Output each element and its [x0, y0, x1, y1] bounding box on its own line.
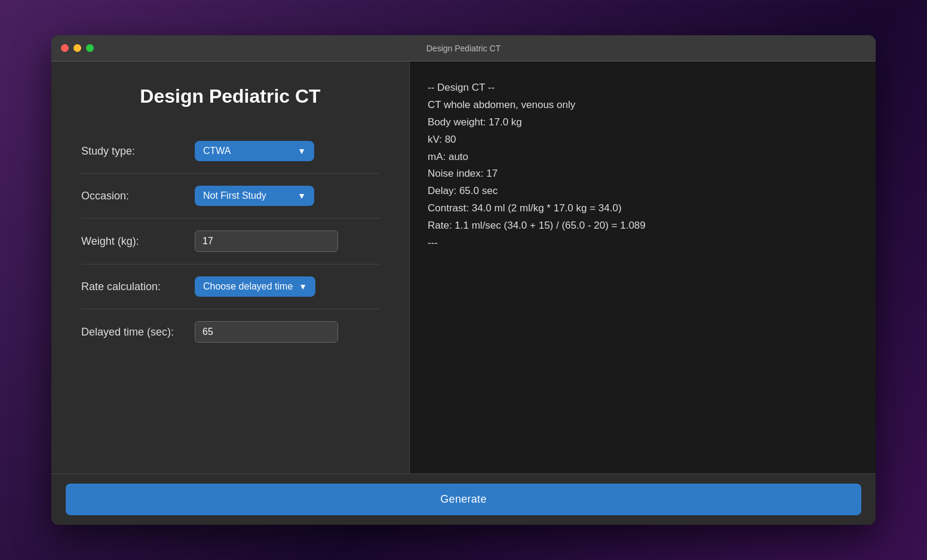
rate-calculation-row: Rate calculation: Choose delayed time ▼ — [81, 264, 379, 309]
rate-calculation-value: Choose delayed time — [203, 281, 293, 292]
delayed-time-label: Delayed time (sec): — [81, 326, 195, 339]
occasion-value: Not First Study — [203, 190, 266, 201]
form-section: Study type: CTWA ▼ Occasion: Not First S… — [81, 129, 379, 355]
occasion-chevron-icon: ▼ — [297, 191, 306, 201]
study-type-label: Study type: — [81, 145, 195, 158]
titlebar: Design Pediatric CT — [51, 35, 876, 61]
output-text: -- Design CT -- CT whole abdomen, venous… — [428, 79, 858, 252]
occasion-row: Occasion: Not First Study ▼ — [81, 174, 379, 219]
maximize-button[interactable] — [86, 44, 94, 52]
rate-calculation-dropdown[interactable]: Choose delayed time ▼ — [195, 276, 315, 297]
panel-title: Design Pediatric CT — [81, 85, 379, 107]
weight-label: Weight (kg): — [81, 235, 195, 248]
traffic-lights — [61, 44, 94, 52]
app-window: Design Pediatric CT Design Pediatric CT … — [51, 35, 876, 525]
delayed-time-row: Delayed time (sec): — [81, 309, 379, 355]
generate-button[interactable]: Generate — [66, 484, 861, 515]
weight-input[interactable] — [195, 230, 338, 252]
left-panel: Design Pediatric CT Study type: CTWA ▼ O… — [51, 61, 410, 473]
close-button[interactable] — [61, 44, 69, 52]
window-title: Design Pediatric CT — [426, 44, 501, 53]
study-type-dropdown[interactable]: CTWA ▼ — [195, 141, 314, 161]
study-type-row: Study type: CTWA ▼ — [81, 129, 379, 174]
right-panel: -- Design CT -- CT whole abdomen, venous… — [410, 61, 876, 473]
rate-calculation-label: Rate calculation: — [81, 281, 195, 293]
weight-row: Weight (kg): — [81, 219, 379, 264]
bottom-bar: Generate — [51, 473, 876, 525]
rate-calculation-chevron-icon: ▼ — [299, 282, 307, 291]
study-type-value: CTWA — [203, 146, 231, 156]
minimize-button[interactable] — [73, 44, 81, 52]
occasion-dropdown[interactable]: Not First Study ▼ — [195, 186, 314, 206]
occasion-label: Occasion: — [81, 190, 195, 202]
delayed-time-input[interactable] — [195, 321, 338, 343]
main-content: Design Pediatric CT Study type: CTWA ▼ O… — [51, 61, 876, 473]
study-type-chevron-icon: ▼ — [297, 146, 306, 156]
